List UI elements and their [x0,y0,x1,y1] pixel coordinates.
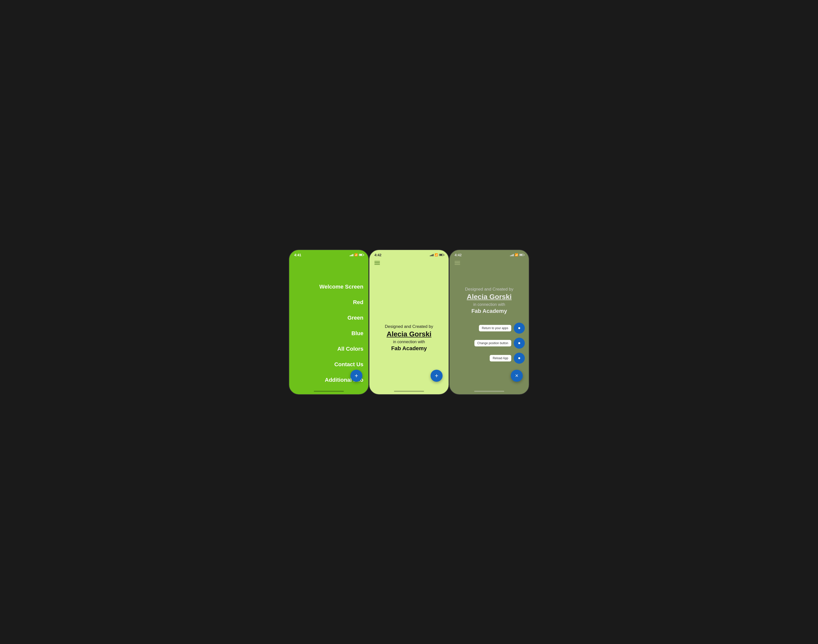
return-label: Return to your apps [479,325,511,331]
hamburger-line-3a [454,261,460,262]
status-bar-2: 4:42 📶 [370,250,448,259]
hamburger-line-3b [454,262,460,263]
control-row-return: Return to your apps ● [450,323,529,334]
signal-icon-1 [350,254,353,256]
controls-area: Return to your apps ● Change position bu… [450,323,529,367]
designed-by-label-2: Designed and Created by [385,324,433,329]
hamburger-menu-3[interactable] [450,259,465,267]
fab-academy-label-3: Fab Academy [471,308,507,314]
fab-academy-label-2: Fab Academy [391,345,427,352]
designed-by-label-3: Designed and Created by [465,287,514,292]
status-icons-2: 📶 [430,253,444,256]
circle-icon-1: ● [518,325,521,331]
screen1-inner: Welcome Screen Red Green Blue All Colors… [289,259,368,394]
phone-screen-2: 4:42 📶 Designed and [369,250,449,395]
splash-content-3: Designed and Created by Alecia Gorski in… [450,282,529,319]
status-icons-3: 📶 [510,253,524,256]
wifi-icon-2: 📶 [434,253,438,256]
close-button[interactable]: × [511,370,523,382]
time-3: 4:42 [454,253,462,257]
plus-icon-2: + [435,372,438,379]
screens-container: 4:41 📶 Welcome Screen Red Green Blue [289,250,529,395]
hamburger-line-2 [374,262,380,263]
screen3-inner: Designed and Created by Alecia Gorski in… [450,259,529,394]
signal-icon-3 [510,254,514,256]
circle-icon-2: ● [518,340,521,346]
plus-icon-1: + [355,372,358,379]
signal-icon-2 [430,254,434,256]
battery-icon-2 [439,254,444,256]
menu-item-welcome[interactable]: Welcome Screen [294,279,364,294]
author-name-2: Alecia Gorski [387,330,431,338]
fab-button-1[interactable]: + [350,370,362,382]
return-button[interactable]: ● [514,323,525,334]
status-bar-3: 4:42 📶 [450,250,529,259]
battery-icon-3 [519,254,524,256]
in-connection-label-3: in connection with [473,302,505,307]
circle-icon-3: ● [518,356,521,361]
wifi-icon-1: 📶 [355,253,358,256]
phone-screen-1: 4:41 📶 Welcome Screen Red Green Blue [289,250,369,395]
close-icon: × [515,373,519,379]
wifi-icon-3: 📶 [515,253,518,256]
hamburger-line-3 [374,264,380,265]
battery-icon-1 [359,254,364,256]
hamburger-line-1 [374,261,380,262]
status-icons-1: 📶 [350,253,364,256]
control-row-position: Change position button ● [450,338,529,349]
phone-screen-3: 4:42 📶 Designed and [449,250,529,395]
menu-item-all-colors[interactable]: All Colors [294,341,364,357]
position-label: Change position button [474,340,511,347]
screen2-inner: Designed and Created by Alecia Gorski in… [370,259,448,394]
time-2: 4:42 [374,253,381,257]
author-name-3: Alecia Gorski [467,293,512,301]
home-indicator-3 [474,391,504,392]
home-indicator-1 [314,391,344,392]
fab-button-2[interactable]: + [431,370,443,382]
reload-button[interactable]: ● [514,353,525,364]
hamburger-line-3c [454,264,460,265]
control-row-reload: Reload App ● [450,353,529,364]
reload-label: Reload App [490,355,511,362]
home-indicator-2 [394,391,424,392]
menu-item-red[interactable]: Red [294,294,364,310]
in-connection-label-2: in connection with [393,340,425,344]
menu-item-green[interactable]: Green [294,310,364,326]
time-1: 4:41 [294,253,301,257]
position-button[interactable]: ● [514,338,525,349]
status-bar-1: 4:41 📶 [289,250,368,259]
hamburger-menu-2[interactable] [370,259,385,267]
menu-item-blue[interactable]: Blue [294,326,364,341]
menu-item-contact[interactable]: Contact Us [294,357,364,372]
